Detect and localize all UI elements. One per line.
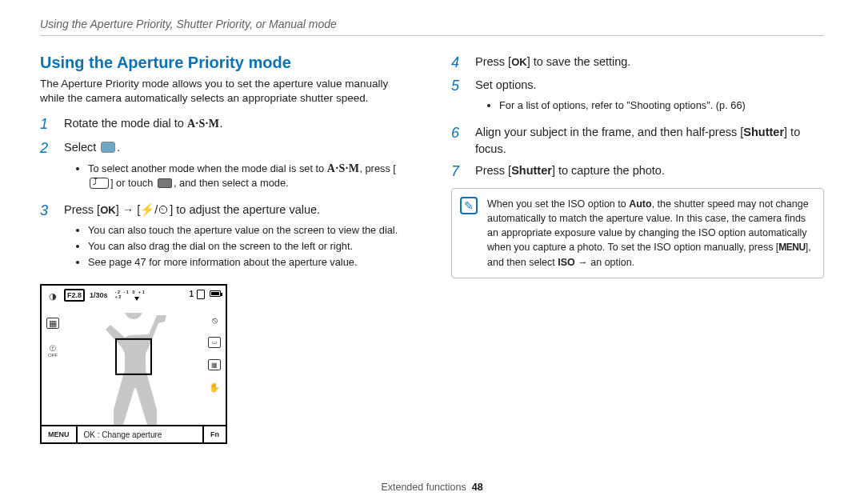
steps-list-left: 1 Rotate the mode dial to A·S·M. 2 Selec… — [40, 115, 413, 276]
focus-frame — [115, 338, 152, 375]
note-icon: ✎ — [460, 197, 478, 214]
asm-icon: A·S·M — [187, 116, 220, 132]
aperture-value: F2.8 — [64, 289, 85, 302]
meter-pointer-icon — [134, 297, 139, 301]
sd-card-icon — [197, 290, 205, 299]
back-button-icon — [90, 178, 109, 189]
exposure-meter: -2 -1 0 +1 +2 — [115, 291, 155, 299]
step-5-sublist: For a list of options, refer to "Shootin… — [499, 98, 746, 113]
step-2: 2 Select . To select another mode when t… — [40, 139, 413, 198]
step-3: 3 Press [OK] → [⚡/⏲] to adjust the apert… — [40, 202, 413, 276]
shutter-speed: 1/30s — [88, 290, 110, 300]
step-body: Press [OK] → [⚡/⏲] to adjust the apertur… — [64, 202, 398, 276]
left-icon-column: ◑ ▦ ⓕOFF — [45, 290, 61, 356]
metering-icon: ▦ — [208, 359, 221, 370]
step-number: 1 — [40, 115, 54, 134]
note-box: ✎ When you set the ISO option to Auto, t… — [451, 188, 824, 278]
no-flash-icon: ⦸ — [208, 314, 221, 326]
breadcrumb: Using the Aperture Priority, Shutter Pri… — [40, 18, 824, 36]
menu-button-icon: MENU — [778, 241, 805, 254]
menu-button: MENU — [42, 426, 78, 442]
section-intro: The Aperture Priority mode allows you to… — [40, 77, 413, 106]
fn-button: Fn — [202, 426, 226, 442]
flash-off-icon: ⓕOFF — [46, 345, 59, 356]
step-number: 2 — [40, 139, 54, 198]
list-item: For a list of options, refer to "Shootin… — [499, 98, 746, 113]
step-1: 1 Rotate the mode dial to A·S·M. — [40, 115, 413, 134]
step-body: Rotate the mode dial to A·S·M. — [64, 115, 223, 134]
iso-label: ISO — [558, 257, 575, 268]
footer-section: Extended functions — [381, 482, 466, 493]
step-number: 4 — [451, 54, 466, 72]
page-footer: Extended functions 48 — [0, 482, 864, 493]
page-number: 48 — [472, 482, 483, 493]
asm-icon: A·S·M — [327, 161, 360, 177]
step-number: 3 — [40, 202, 54, 276]
left-column: Using the Aperture Priority mode The Ape… — [40, 54, 413, 444]
step-body: Select . To select another mode when the… — [64, 139, 413, 198]
step-2-sublist: To select another mode when the mode dia… — [88, 161, 413, 191]
two-column-layout: Using the Aperture Priority mode The Ape… — [40, 54, 824, 444]
step-number: 5 — [451, 77, 466, 119]
list-item: You can also drag the dial on the screen… — [88, 239, 398, 254]
battery-icon — [210, 290, 221, 297]
step-5: 5 Set options. For a list of options, re… — [451, 77, 824, 119]
aperture-mode-icon — [101, 142, 115, 153]
bottom-hint: OK : Change aperture — [78, 426, 203, 442]
step-3-sublist: You can also touch the aperture value on… — [88, 223, 398, 270]
camera-screen-main: F2.8 1/30s -2 -1 0 +1 +2 1 ◑ ▦ ⓕOFF — [42, 286, 226, 425]
shutter-label: Shutter — [511, 164, 552, 177]
camera-icon — [158, 178, 172, 188]
step-6: 6 Align your subject in the frame, and t… — [451, 124, 824, 158]
camera-screen: F2.8 1/30s -2 -1 0 +1 +2 1 ◑ ▦ ⓕOFF — [40, 284, 227, 444]
flash-timer-icon: ⚡/⏲ — [140, 203, 170, 216]
shot-count: 1 — [189, 290, 194, 298]
step-number: 7 — [451, 162, 466, 181]
focus-mode-icon: ▭ — [208, 337, 221, 348]
ok-button-icon: OK — [511, 55, 527, 70]
step-body: Set options. For a list of options, refe… — [475, 77, 746, 119]
list-item: To select another mode when the mode dia… — [88, 161, 413, 191]
auto-label: Auto — [629, 198, 651, 210]
step-number: 6 — [451, 124, 466, 158]
shutter-label: Shutter — [743, 126, 784, 138]
step-body: Press [OK] to save the setting. — [475, 54, 630, 72]
list-item: You can also touch the aperture value on… — [88, 223, 398, 238]
step-4: 4 Press [OK] to save the setting. — [451, 54, 824, 72]
step-body: Press [Shutter] to capture the photo. — [475, 162, 665, 181]
step-body: Align your subject in the frame, and the… — [475, 124, 824, 158]
right-column: 4 Press [OK] to save the setting. 5 Set … — [451, 54, 824, 444]
camera-bottom-bar: MENU OK : Change aperture Fn — [42, 425, 226, 442]
mode-icon: ◑ — [46, 290, 59, 302]
drive-mode-icon: ▦ — [46, 318, 59, 329]
list-item: See page 47 for more information about t… — [88, 255, 398, 270]
right-icon-column: ⦸ ▭ ▦ ✋ — [206, 314, 222, 393]
ok-button-icon: OK — [100, 203, 116, 218]
steps-list-right: 4 Press [OK] to save the setting. 5 Set … — [451, 54, 824, 182]
section-title: Using the Aperture Priority mode — [40, 54, 413, 72]
step-7: 7 Press [Shutter] to capture the photo. — [451, 162, 824, 181]
manual-page: Using the Aperture Priority, Shutter Pri… — [0, 0, 864, 504]
stabilizer-icon: ✋ — [208, 382, 221, 393]
